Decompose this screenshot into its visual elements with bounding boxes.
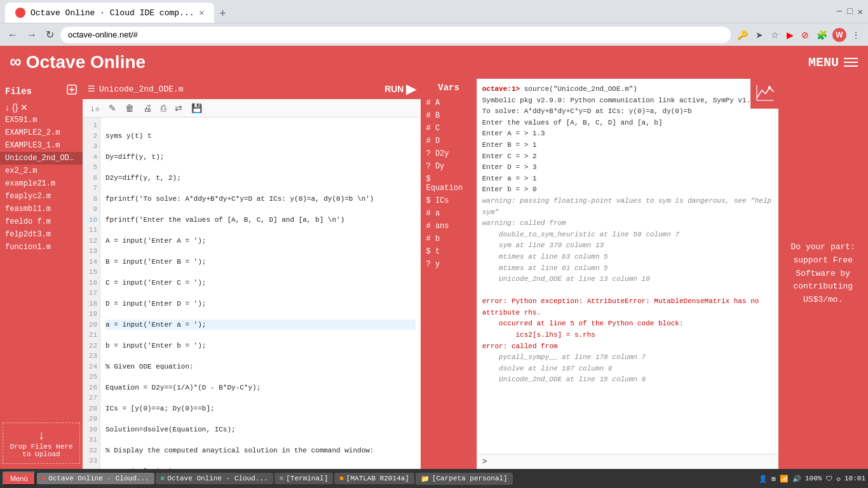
taskbar-item-label: Octave Online · Cloud... [48, 475, 149, 482]
star-icon[interactable]: ☆ [768, 27, 782, 43]
file-item[interactable]: ex2_2.m [0, 165, 83, 177]
address-bar-row: ← → ↻ 🔑 ➤ ☆ ▶ ⊘ 🧩 W ⋮ [0, 23, 868, 46]
forward-button[interactable]: → [24, 27, 39, 43]
var-item[interactable]: # a [421, 207, 476, 220]
key-icon[interactable]: 🔑 [735, 27, 750, 43]
plot-icon [754, 83, 775, 103]
tab-close-icon[interactable]: ✕ [199, 8, 204, 18]
taskbar-start-button[interactable]: Menú [3, 471, 36, 485]
var-item[interactable]: # ans [421, 220, 476, 233]
drop-label: Drop Files Here to Upload [8, 443, 74, 458]
shield-icon: 🛡 [825, 475, 832, 483]
drop-arrow-icon: ↓ [8, 428, 74, 443]
console-line: Symbolic pkg v2.9.0: Python communicatio… [482, 95, 773, 107]
console-line: ics2[s.lhs] = s.rhs [482, 330, 773, 341]
file-item[interactable]: feasmbl1.m [0, 203, 83, 215]
console-line: warning: called from [482, 218, 773, 229]
taskbar-terminal-icon: ■ [280, 475, 284, 482]
youtube-icon[interactable]: ▶ [784, 27, 796, 43]
share-button[interactable]: ⇄ [172, 102, 185, 114]
file-item[interactable]: example21.m [0, 177, 83, 190]
file-item[interactable]: feeldo f.m [0, 215, 83, 228]
ad-sidebar: Do your part: support Free Software by c… [778, 79, 868, 469]
close-icon[interactable]: ✕ [858, 6, 863, 17]
file-item[interactable]: EXAMPLE2_2.m [0, 126, 83, 139]
console-line: Enter B = > 1 [482, 140, 773, 151]
file-item[interactable]: EX591.m [0, 114, 83, 126]
code-line: Dy=diff(y, t); [105, 152, 416, 163]
adblock-icon[interactable]: ⊘ [799, 27, 811, 43]
taskbar-folder-icon: 📁 [421, 475, 430, 483]
editor-action-bar: ↓⬦ ✎ 🗑 🖨 ⎙ ⇄ 💾 [83, 99, 421, 118]
code-line: fprintf('To solve: A*ddy+B*dy+C*y=D at I… [105, 194, 416, 205]
console-prompt-symbol: > [482, 457, 487, 466]
address-input[interactable] [60, 27, 731, 43]
var-item[interactable]: # C [421, 122, 476, 135]
code-line: fprintf('Enter the values of [A, B, C, D… [105, 215, 416, 226]
taskbar-item-label: [MATLAB R2014a] [346, 475, 409, 482]
console-prompt: octave:1> [482, 85, 520, 93]
extensions-icon[interactable]: 🧩 [814, 27, 830, 43]
file-item-active[interactable]: Unicode_2nd_ODE.m [0, 152, 83, 165]
edit-button[interactable]: ✎ [106, 102, 119, 114]
taskbar-item-terminal[interactable]: ■ [Terminal] [275, 473, 334, 484]
var-item[interactable]: # A [421, 97, 476, 109]
var-item[interactable]: $ Equation [421, 173, 476, 194]
taskbar-item-matlab[interactable]: ■ [MATLAB R2014a] [334, 473, 414, 484]
download-icon[interactable]: ↓ [5, 102, 10, 112]
delete-icon[interactable]: ✕ [20, 102, 28, 112]
svg-point-6 [768, 86, 771, 90]
browser-tabs: Octave Online · Cloud IDE comp... ✕ + [5, 0, 231, 23]
add-file-button[interactable] [66, 84, 78, 98]
app-header: ∞ Octave Online MENU [0, 46, 868, 79]
new-tab-button[interactable]: + [214, 4, 231, 23]
profile-icon[interactable]: W [832, 28, 846, 42]
active-tab[interactable]: Octave Online · Cloud IDE comp... ✕ [5, 3, 214, 23]
var-item[interactable]: $ ICs [421, 194, 476, 207]
back-button[interactable]: ← [5, 27, 20, 43]
run-button[interactable]: RUN ▶ [384, 81, 416, 97]
arrow-icon[interactable]: ➤ [753, 27, 766, 43]
copy-button[interactable]: ⎙ [158, 102, 168, 114]
console-input[interactable] [490, 458, 773, 466]
var-item[interactable]: # B [421, 109, 476, 122]
taskbar-item-browser[interactable]: ■ Octave Online · Cloud... [156, 473, 273, 484]
clock: 10:01 [844, 475, 865, 482]
trash-button[interactable]: 🗑 [123, 102, 137, 114]
console-line: Enter the values of [A, B, C, D] and [a,… [482, 118, 773, 129]
var-item[interactable]: $ t [421, 245, 476, 258]
files-label: Files [5, 86, 32, 97]
reload-button[interactable]: ↻ [43, 26, 57, 43]
var-item[interactable]: ? y [421, 258, 476, 271]
file-item[interactable]: funcion1.m [0, 241, 83, 254]
volume-icon: 🔊 [792, 475, 801, 483]
menu-button[interactable]: MENU [808, 55, 858, 70]
restore-icon[interactable]: □ [847, 6, 852, 17]
plot-button[interactable] [750, 79, 778, 109]
var-item[interactable]: # b [421, 233, 476, 245]
taskbar: Menú ■ Octave Online · Cloud... ■ Octave… [0, 469, 868, 488]
menu-icon[interactable]: ⋮ [849, 27, 863, 43]
console-line: dsolve at line 187 column 8 [482, 363, 773, 375]
taskbar-item-octave[interactable]: ■ Octave Online · Cloud... [37, 473, 154, 484]
var-item[interactable]: ? Dy [421, 160, 476, 173]
file-item[interactable]: feaplyc2.m [0, 190, 83, 203]
code-line: Solution=dsolve(Equation, ICs); [105, 424, 416, 435]
file-item[interactable]: EXAMPLE3_1.m [0, 139, 83, 152]
taskbar-browser-icon: ■ [161, 475, 165, 482]
drop-area[interactable]: ↓ Drop Files Here to Upload [3, 423, 80, 464]
file-item[interactable]: felp2dt3.m [0, 228, 83, 241]
editor-area: ☰ Unicode_2nd_ODE.m RUN ▶ ↓⬦ ✎ 🗑 🖨 ⎙ ⇄ 💾… [83, 79, 421, 469]
curly-icon[interactable]: {} [12, 102, 18, 112]
save-download-button[interactable]: ↓⬦ [88, 102, 102, 114]
var-item[interactable]: ? D2y [421, 147, 476, 160]
minimize-icon[interactable]: ─ [837, 6, 842, 17]
taskbar-item-folder[interactable]: 📁 [Carpeta personal] [416, 473, 513, 485]
var-item[interactable]: # D [421, 135, 476, 147]
console-line: Enter A = > 1.3 [482, 128, 773, 140]
tab-title: Octave Online · Cloud IDE comp... [31, 8, 194, 18]
code-editor[interactable]: syms y(t) t Dy=diff(y, t); D2y=diff(y, t… [100, 118, 421, 469]
sidebar-action-icons: ↓ {} ✕ [0, 101, 83, 114]
print-button[interactable]: 🖨 [140, 102, 154, 114]
upload-button[interactable]: 💾 [189, 102, 205, 114]
